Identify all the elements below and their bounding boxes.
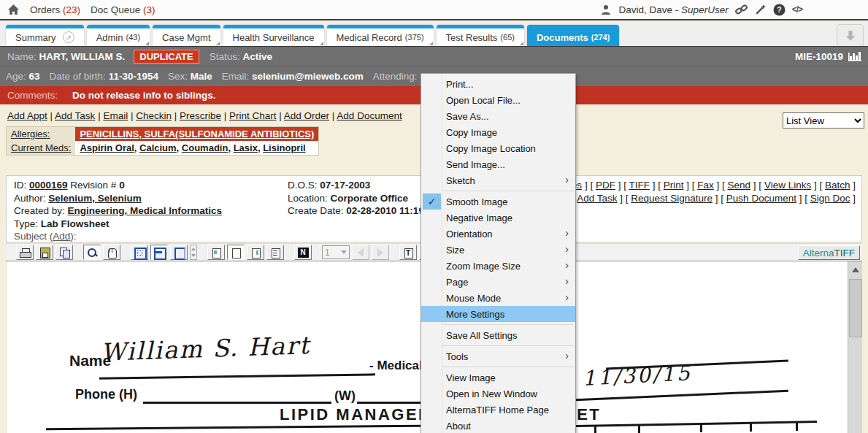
page-number-select[interactable]: 1 <box>322 245 350 259</box>
menu-item-tools[interactable]: Tools› <box>421 348 575 364</box>
copy-button[interactable] <box>55 245 73 260</box>
author-link[interactable]: Selenium, Selenium <box>48 193 142 204</box>
action-add-document[interactable]: Add Document <box>337 110 402 121</box>
menu-item-sketch[interactable]: Sketch› <box>421 172 575 188</box>
doc-link-add-task[interactable]: Add Task <box>577 193 617 204</box>
scroll-up-arrow-icon[interactable] <box>852 267 859 272</box>
doc-link-send[interactable]: Send <box>728 180 751 191</box>
rotate-page-button[interactable] <box>207 245 225 260</box>
submenu-arrow-icon: › <box>565 275 569 287</box>
menu-item-negative-image[interactable]: Negative Image <box>421 210 575 226</box>
doc-link-pdf[interactable]: PDF <box>596 180 615 191</box>
scrollbar-thumb[interactable] <box>849 279 862 337</box>
wand-icon[interactable] <box>754 4 767 16</box>
zoom-mode-button[interactable] <box>83 245 101 260</box>
orders-label: Orders <box>30 4 60 15</box>
home-icon[interactable] <box>7 4 20 16</box>
menu-item-alternatiff-home-page[interactable]: AlternaTIFF Home Page <box>421 402 575 418</box>
tab-admin[interactable]: Admin(43) <box>87 25 150 46</box>
viewer-scrollbar[interactable] <box>848 261 862 433</box>
tab-health-surveillance[interactable]: Health Surveillance <box>223 25 324 46</box>
doc-link-print[interactable]: Print <box>664 180 684 191</box>
current-meds-link[interactable]: Current Meds <box>11 142 69 153</box>
page-portrait-button[interactable] <box>227 245 245 260</box>
med-lasix[interactable]: Lasix <box>234 142 258 153</box>
negative-button[interactable]: N <box>294 245 312 260</box>
menu-item-open-local-file[interactable]: Open Local File... <box>421 92 575 108</box>
menu-item-more-settings[interactable]: More Settings <box>421 306 575 322</box>
subject-add-link[interactable]: Add <box>53 231 70 242</box>
help-icon[interactable]: ? <box>773 4 786 16</box>
save-button[interactable] <box>36 245 53 260</box>
link-icon[interactable] <box>735 4 748 16</box>
tab-medical-record[interactable]: Medical Record(375) <box>327 25 434 46</box>
action-prescribe[interactable]: Prescribe <box>180 110 221 121</box>
menu-item-save-all-settings[interactable]: Save All Settings <box>421 327 575 343</box>
doc-link-fax[interactable]: Fax <box>697 180 714 191</box>
action-checkin[interactable]: Checkin <box>136 110 172 121</box>
next-page-button[interactable] <box>372 245 389 260</box>
menu-item-send-image[interactable]: Send Image... <box>421 156 575 172</box>
zoom-spinner[interactable] <box>190 245 197 260</box>
doc-link-batch[interactable]: Batch <box>825 180 850 191</box>
orders-link[interactable]: Orders (23) <box>30 4 80 15</box>
med-lisinopril[interactable]: Lisinopril <box>263 142 306 153</box>
fit-height-button[interactable] <box>170 245 188 260</box>
menu-item-zoom-image-size[interactable]: Zoom Image Size› <box>421 258 575 274</box>
current-user[interactable]: David, Dave - SuperUser <box>619 4 729 15</box>
tag-page-button[interactable]: T <box>399 245 417 260</box>
menu-item-orientation[interactable]: Orientation› <box>421 226 575 242</box>
doc-link-request-signature[interactable]: Request Signature <box>631 193 713 204</box>
page-text-button[interactable] <box>266 245 284 260</box>
doc-link-push-document[interactable]: Push Document <box>726 193 796 204</box>
fit-width-button[interactable] <box>150 245 168 260</box>
menu-item-copy-image[interactable]: Copy Image <box>421 124 575 140</box>
created-by-link[interactable]: Engineering, Medical Informatics <box>68 205 223 216</box>
menu-item-mouse-mode[interactable]: Mouse Mode› <box>421 290 575 306</box>
collapse-header-button[interactable] <box>837 24 864 47</box>
menu-item-print[interactable]: Print... <box>421 76 575 92</box>
menu-item-view-image[interactable]: View Image <box>421 369 575 386</box>
action-email[interactable]: Email <box>103 110 128 121</box>
menu-item-about[interactable]: About <box>421 418 575 433</box>
patient-id[interactable]: MIE-10019 <box>795 51 843 62</box>
code-icon[interactable]: </> <box>792 4 802 15</box>
print-button[interactable] <box>16 245 34 260</box>
allergy-list-link[interactable]: PENICILLINS, SULFA(SULFONAMIDE ANTIBIOTI… <box>80 129 314 139</box>
menu-item-open-in-new-window[interactable]: Open in New Window <box>421 386 575 402</box>
doc-link-view-links[interactable]: View Links <box>764 180 811 191</box>
doc-link-tiff[interactable]: TIFF <box>629 180 650 191</box>
action-add-appt[interactable]: Add Appt <box>7 110 47 121</box>
menu-item-copy-image-location[interactable]: Copy Image Location <box>421 140 575 156</box>
med-aspirin-oral[interactable]: Aspirin Oral <box>80 142 134 153</box>
duplicate-badge[interactable]: DUPLICATE <box>134 50 199 64</box>
tab-case-mgmt[interactable]: Case Mgmt <box>153 25 220 46</box>
menu-item-save-as[interactable]: Save As... <box>421 108 575 124</box>
doc-link-sign-doc[interactable]: Sign Doc <box>810 193 850 204</box>
prev-page-button[interactable] <box>352 245 369 260</box>
tab-documents[interactable]: Documents(274) <box>527 25 619 46</box>
doc-queue-link[interactable]: Doc Queue (3) <box>91 4 155 15</box>
page-landscape-button[interactable] <box>247 245 264 260</box>
compass-icon[interactable]: ↗ <box>63 31 74 43</box>
growth-chart-icon[interactable] <box>848 50 862 64</box>
doc-id-link[interactable]: 0000169 <box>29 180 68 191</box>
action-add-order[interactable]: Add Order <box>284 110 329 121</box>
submenu-arrow-icon: › <box>565 174 569 185</box>
negative-icon: N <box>298 248 309 258</box>
webchart-app: Orders (23) Doc Queue (3) David, Dave - … <box>0 0 868 433</box>
tab-test-results[interactable]: Test Results(65) <box>437 25 524 46</box>
menu-item-smooth-image[interactable]: ✓Smooth Image <box>421 193 575 210</box>
fit-window-button[interactable] <box>131 245 148 260</box>
tab-summary[interactable]: Summary↗ <box>6 25 84 46</box>
allergies-link[interactable]: Allergies <box>11 129 47 139</box>
action-add-task[interactable]: Add Task <box>55 110 95 121</box>
med-calcium[interactable]: Calcium <box>139 142 177 153</box>
med-coumadin[interactable]: Coumadin <box>182 142 228 153</box>
menu-item-size[interactable]: Size› <box>421 242 575 258</box>
tab-label: Medical Record <box>337 32 402 43</box>
pan-mode-button[interactable] <box>103 245 120 260</box>
menu-item-page[interactable]: Page› <box>421 274 575 290</box>
action-print-chart[interactable]: Print Chart <box>229 110 277 121</box>
view-mode-select[interactable]: List View <box>783 112 864 129</box>
